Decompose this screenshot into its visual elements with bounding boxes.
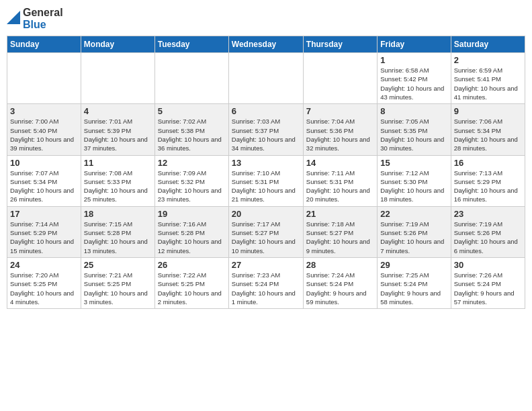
day-number: 12 (158, 158, 226, 168)
logo: General Blue (7, 7, 63, 30)
day-info: Sunrise: 7:11 AM Sunset: 5:31 PM Dayligh… (306, 169, 374, 204)
day-number: 2 (454, 55, 522, 65)
day-info: Sunrise: 7:21 AM Sunset: 5:25 PM Dayligh… (84, 271, 152, 306)
calendar-week-row: 1Sunrise: 6:58 AM Sunset: 5:42 PM Daylig… (7, 53, 525, 104)
day-info: Sunrise: 7:16 AM Sunset: 5:28 PM Dayligh… (158, 220, 226, 255)
day-info: Sunrise: 6:59 AM Sunset: 5:41 PM Dayligh… (454, 66, 522, 101)
day-number: 27 (232, 260, 300, 270)
calendar-day-cell: 13Sunrise: 7:10 AM Sunset: 5:31 PM Dayli… (228, 155, 303, 206)
calendar-day-cell: 23Sunrise: 7:19 AM Sunset: 5:26 PM Dayli… (451, 206, 525, 257)
header: General Blue (7, 7, 525, 30)
weekday-header-sunday: Sunday (7, 36, 81, 53)
calendar-day-cell: 20Sunrise: 7:17 AM Sunset: 5:27 PM Dayli… (228, 206, 303, 257)
weekday-header-saturday: Saturday (451, 36, 525, 53)
calendar-day-cell: 4Sunrise: 7:01 AM Sunset: 5:39 PM Daylig… (81, 104, 154, 155)
weekday-header-row: SundayMondayTuesdayWednesdayThursdayFrid… (7, 36, 525, 53)
calendar-day-cell: 3Sunrise: 7:00 AM Sunset: 5:40 PM Daylig… (7, 104, 81, 155)
weekday-header-monday: Monday (81, 36, 154, 53)
logo-blue-label: Blue (23, 19, 63, 31)
calendar-day-cell: 12Sunrise: 7:09 AM Sunset: 5:32 PM Dayli… (154, 155, 228, 206)
day-number: 3 (10, 106, 78, 116)
calendar-day-cell: 18Sunrise: 7:15 AM Sunset: 5:28 PM Dayli… (81, 206, 154, 257)
calendar-week-row: 3Sunrise: 7:00 AM Sunset: 5:40 PM Daylig… (7, 104, 525, 155)
calendar-week-row: 24Sunrise: 7:20 AM Sunset: 5:25 PM Dayli… (7, 257, 525, 308)
svg-marker-0 (7, 11, 20, 24)
day-number: 22 (380, 209, 447, 219)
day-info: Sunrise: 7:03 AM Sunset: 5:37 PM Dayligh… (232, 117, 300, 152)
calendar-week-row: 17Sunrise: 7:14 AM Sunset: 5:29 PM Dayli… (7, 206, 525, 257)
weekday-header-tuesday: Tuesday (154, 36, 228, 53)
day-number: 16 (454, 158, 522, 168)
day-info: Sunrise: 7:02 AM Sunset: 5:38 PM Dayligh… (158, 117, 226, 152)
calendar-day-cell: 16Sunrise: 7:13 AM Sunset: 5:29 PM Dayli… (451, 155, 525, 206)
calendar-day-cell: 19Sunrise: 7:16 AM Sunset: 5:28 PM Dayli… (154, 206, 228, 257)
logo-flag-icon (7, 11, 20, 24)
day-number: 14 (306, 158, 374, 168)
calendar-day-cell: 27Sunrise: 7:23 AM Sunset: 5:24 PM Dayli… (228, 257, 303, 308)
calendar-day-cell: 26Sunrise: 7:22 AM Sunset: 5:25 PM Dayli… (154, 257, 228, 308)
day-number: 5 (158, 106, 226, 116)
day-info: Sunrise: 6:58 AM Sunset: 5:42 PM Dayligh… (380, 66, 447, 101)
day-info: Sunrise: 7:24 AM Sunset: 5:24 PM Dayligh… (306, 271, 374, 306)
calendar-day-cell: 8Sunrise: 7:05 AM Sunset: 5:35 PM Daylig… (378, 104, 451, 155)
day-number: 24 (10, 260, 78, 270)
day-number: 10 (10, 158, 78, 168)
day-info: Sunrise: 7:19 AM Sunset: 5:26 PM Dayligh… (380, 220, 447, 255)
calendar-day-cell: 21Sunrise: 7:18 AM Sunset: 5:27 PM Dayli… (303, 206, 377, 257)
day-info: Sunrise: 7:08 AM Sunset: 5:33 PM Dayligh… (84, 169, 152, 204)
day-info: Sunrise: 7:19 AM Sunset: 5:26 PM Dayligh… (454, 220, 522, 255)
day-number: 25 (84, 260, 152, 270)
day-info: Sunrise: 7:18 AM Sunset: 5:27 PM Dayligh… (306, 220, 374, 255)
day-number: 6 (232, 106, 300, 116)
calendar-empty-cell (154, 53, 228, 104)
day-info: Sunrise: 7:17 AM Sunset: 5:27 PM Dayligh… (232, 220, 300, 255)
day-number: 19 (158, 209, 226, 219)
calendar-day-cell: 5Sunrise: 7:02 AM Sunset: 5:38 PM Daylig… (154, 104, 228, 155)
calendar-empty-cell (7, 53, 81, 104)
day-number: 20 (232, 209, 300, 219)
day-info: Sunrise: 7:01 AM Sunset: 5:39 PM Dayligh… (84, 117, 152, 152)
day-info: Sunrise: 7:26 AM Sunset: 5:24 PM Dayligh… (454, 271, 522, 306)
day-info: Sunrise: 7:05 AM Sunset: 5:35 PM Dayligh… (380, 117, 447, 152)
day-number: 8 (380, 106, 447, 116)
weekday-header-friday: Friday (378, 36, 451, 53)
day-number: 21 (306, 209, 374, 219)
calendar-day-cell: 25Sunrise: 7:21 AM Sunset: 5:25 PM Dayli… (81, 257, 154, 308)
day-info: Sunrise: 7:22 AM Sunset: 5:25 PM Dayligh… (158, 271, 226, 306)
calendar-day-cell: 30Sunrise: 7:26 AM Sunset: 5:24 PM Dayli… (451, 257, 525, 308)
logo-general-label: General (23, 7, 63, 19)
weekday-header-thursday: Thursday (303, 36, 377, 53)
day-info: Sunrise: 7:20 AM Sunset: 5:25 PM Dayligh… (10, 271, 78, 306)
day-number: 28 (306, 260, 374, 270)
day-info: Sunrise: 7:12 AM Sunset: 5:30 PM Dayligh… (380, 169, 447, 204)
day-info: Sunrise: 7:10 AM Sunset: 5:31 PM Dayligh… (232, 169, 300, 204)
calendar-day-cell: 28Sunrise: 7:24 AM Sunset: 5:24 PM Dayli… (303, 257, 377, 308)
day-info: Sunrise: 7:00 AM Sunset: 5:40 PM Dayligh… (10, 117, 78, 152)
day-number: 23 (454, 209, 522, 219)
calendar-day-cell: 11Sunrise: 7:08 AM Sunset: 5:33 PM Dayli… (81, 155, 154, 206)
calendar-day-cell: 24Sunrise: 7:20 AM Sunset: 5:25 PM Dayli… (7, 257, 81, 308)
calendar-day-cell: 7Sunrise: 7:04 AM Sunset: 5:36 PM Daylig… (303, 104, 377, 155)
calendar-day-cell: 10Sunrise: 7:07 AM Sunset: 5:34 PM Dayli… (7, 155, 81, 206)
calendar-empty-cell (81, 53, 154, 104)
calendar-empty-cell (228, 53, 303, 104)
day-info: Sunrise: 7:23 AM Sunset: 5:24 PM Dayligh… (232, 271, 300, 306)
calendar-day-cell: 17Sunrise: 7:14 AM Sunset: 5:29 PM Dayli… (7, 206, 81, 257)
day-number: 11 (84, 158, 152, 168)
day-number: 17 (10, 209, 78, 219)
day-info: Sunrise: 7:15 AM Sunset: 5:28 PM Dayligh… (84, 220, 152, 255)
day-info: Sunrise: 7:13 AM Sunset: 5:29 PM Dayligh… (454, 169, 522, 204)
calendar-day-cell: 6Sunrise: 7:03 AM Sunset: 5:37 PM Daylig… (228, 104, 303, 155)
calendar-day-cell: 22Sunrise: 7:19 AM Sunset: 5:26 PM Dayli… (378, 206, 451, 257)
calendar-day-cell: 29Sunrise: 7:25 AM Sunset: 5:24 PM Dayli… (378, 257, 451, 308)
calendar-day-cell: 9Sunrise: 7:06 AM Sunset: 5:34 PM Daylig… (451, 104, 525, 155)
day-number: 26 (158, 260, 226, 270)
calendar-week-row: 10Sunrise: 7:07 AM Sunset: 5:34 PM Dayli… (7, 155, 525, 206)
day-number: 7 (306, 106, 374, 116)
day-number: 15 (380, 158, 447, 168)
page: General Blue SundayMondayTuesdayWednesda… (0, 0, 532, 411)
day-number: 1 (380, 55, 447, 65)
calendar-day-cell: 2Sunrise: 6:59 AM Sunset: 5:41 PM Daylig… (451, 53, 525, 104)
day-info: Sunrise: 7:25 AM Sunset: 5:24 PM Dayligh… (380, 271, 447, 306)
calendar-table: SundayMondayTuesdayWednesdayThursdayFrid… (7, 36, 525, 309)
